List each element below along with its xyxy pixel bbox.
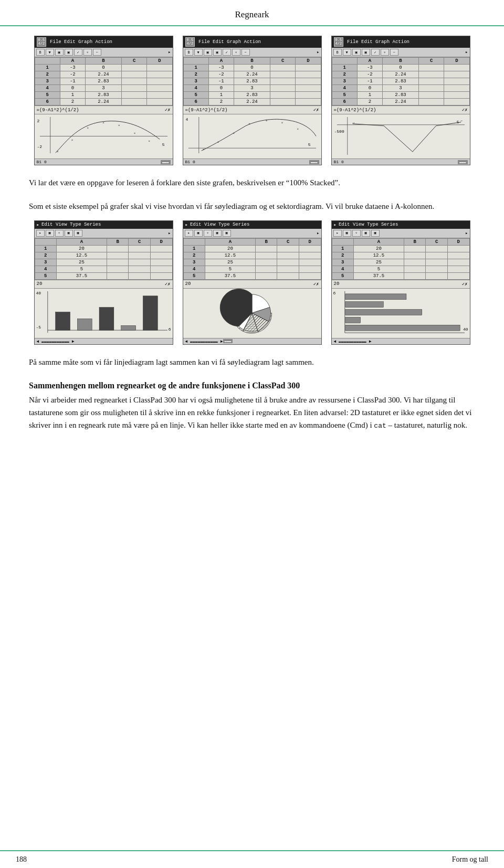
toolbar-btn[interactable]: B: [185, 49, 193, 56]
spread-screen-1: ▸ Edit View Type Series ▸ ▣ ▿ ▣ ▣ ▸ ABCD…: [34, 220, 173, 345]
spread-screen-3: ▸ Edit View Type Series ▸ ▣ ▿ ▣ ▣ ▸ ABCD…: [331, 220, 470, 345]
svg-rect-36: [345, 293, 406, 299]
svg-text:→: →: [459, 119, 463, 122]
status-text-1: B1 0: [37, 160, 47, 164]
svg-text:×: ×: [71, 138, 73, 142]
spread-menubar-1: ▸ Edit View Type Series: [35, 221, 173, 229]
calc-screen-1: 0.54/2 File Edit Graph Action B ▼ ▣ ▣ ✓ …: [34, 36, 173, 165]
svg-text:×: ×: [87, 126, 89, 130]
spread-input-bar-3: 20 ✓✗: [332, 280, 470, 288]
spread-toolbar-2: ▸ ▣ ▿ ▣ ▣ ▸: [183, 229, 321, 238]
spread-toolbar-btn[interactable]: ▸: [333, 230, 342, 237]
toolbar-arrow: ▸: [465, 49, 468, 55]
svg-text:×: ×: [148, 139, 150, 143]
toolbar-btn[interactable]: ▣: [55, 49, 64, 56]
svg-text:×: ×: [217, 140, 219, 144]
svg-text:×: ×: [118, 123, 120, 127]
svg-rect-39: [345, 317, 360, 323]
toolbar-btn[interactable]: ▣: [213, 49, 222, 56]
spread-logo-3: ▸: [334, 222, 337, 228]
spread-toolbar-btn[interactable]: ▣: [371, 230, 380, 237]
content: 0.54/2 File Edit Graph Action B ▼ ▣ ▣ ✓ …: [0, 26, 504, 469]
calc-graph-3: 5 -500 → →: [332, 114, 470, 158]
toolbar-arrow: ▸: [168, 230, 171, 236]
footer-section: Form og tall: [452, 855, 488, 864]
graph-svg-2: × × × × × × ×: [183, 114, 321, 158]
text-block-1: Vi lar det være en oppgave for leseren å…: [29, 177, 475, 189]
toolbar-btn[interactable]: ▣: [352, 49, 361, 56]
toolbar-btn[interactable]: ▣: [204, 49, 212, 56]
spread-menu-2: Edit View Type Series: [190, 222, 249, 227]
toolbar-btn[interactable]: ✓: [371, 49, 380, 56]
spread-toolbar-btn[interactable]: ▣: [65, 230, 73, 237]
toolbar-btn[interactable]: ▿: [232, 49, 240, 56]
spread-menubar-3: ▸ Edit View Type Series: [332, 221, 470, 229]
toolbar-btn[interactable]: ~: [93, 49, 101, 56]
svg-rect-40: [345, 325, 459, 331]
spread-table-2: ABCD 120 212.5 325 45 537.5: [183, 238, 321, 280]
toolbar-btn[interactable]: ▼: [46, 49, 54, 56]
spread-toolbar-btn[interactable]: ▣: [194, 230, 203, 237]
toolbar-btn[interactable]: ▣: [65, 49, 73, 56]
calc-table-3: ABCD 1-30 2-22.24 3-12.83 403 512.83 622…: [332, 57, 470, 105]
calc-menu-1: File Edit Graph Action: [50, 39, 112, 45]
page-header: Regneark: [0, 0, 504, 26]
spread-toolbar-btn[interactable]: ▸: [185, 230, 193, 237]
toolbar-btn[interactable]: ✓: [223, 49, 231, 56]
toolbar-btn[interactable]: B: [36, 49, 45, 56]
spread-input-buttons-2: ✓✗: [313, 281, 319, 287]
toolbar-arrow: ▸: [168, 49, 171, 55]
page: Regneark 0.54/2 File Edit Graph Action B…: [0, 0, 504, 868]
svg-text:×: ×: [281, 121, 283, 124]
toolbar-btn[interactable]: ▣: [362, 49, 370, 56]
calc-menu-2: File Edit Graph Action: [198, 39, 261, 45]
page-title: Regneark: [235, 9, 269, 19]
text-block-3: På samme måte som vi får linjediagram la…: [29, 356, 475, 368]
spread-toolbar-btn[interactable]: ▣: [46, 230, 54, 237]
section-body: Når vi arbeider med regnearket i ClassPa…: [29, 394, 475, 432]
spread-table-1: ABCD 120 212.5 325 45 537.5: [35, 238, 173, 280]
calc-menubar-3: 0.54/2 File Edit Graph Action: [332, 36, 470, 48]
toolbar-btn[interactable]: ▼: [343, 49, 351, 56]
spread-toolbar-btn[interactable]: ▿: [204, 230, 212, 237]
toolbar-btn[interactable]: ▿: [83, 49, 92, 56]
calc-menubar-1: 0.54/2 File Edit Graph Action: [35, 36, 173, 48]
text-3: På samme måte som vi får linjediagram la…: [29, 358, 314, 366]
spread-toolbar-btn[interactable]: ▣: [362, 230, 370, 237]
svg-text:→: →: [351, 121, 355, 124]
spread-toolbar-btn[interactable]: ▣: [213, 230, 222, 237]
calc-row-top: 0.54/2 File Edit Graph Action B ▼ ▣ ▣ ✓ …: [29, 36, 475, 165]
formula-buttons-3: ✓✗: [462, 107, 468, 113]
svg-text:×: ×: [102, 121, 104, 124]
spread-toolbar-btn[interactable]: ▸: [36, 230, 45, 237]
text-2: Som et siste eksempel på grafer skal vi …: [29, 202, 434, 210]
calc-menubar-2: 0.54/2 File Edit Graph Action: [183, 36, 321, 48]
calc-graph-2: 4 5 × × × × × × ×: [183, 114, 321, 158]
toolbar-btn[interactable]: B: [333, 49, 342, 56]
spread-toolbar-btn[interactable]: ▣: [343, 230, 351, 237]
toolbar-btn[interactable]: ~: [390, 49, 398, 56]
spread-input-buttons-3: ✓✗: [462, 281, 468, 287]
page-number: 188: [16, 855, 27, 864]
spread-toolbar-btn[interactable]: ▿: [55, 230, 64, 237]
toolbar-btn[interactable]: ~: [242, 49, 250, 56]
calc-toolbar-1: B ▼ ▣ ▣ ✓ ▿ ~ ▸: [35, 48, 173, 57]
svg-rect-24: [55, 312, 70, 330]
calc-logo-2: 0.54/2: [185, 37, 195, 47]
text-block-2: Som et siste eksempel på grafer skal vi …: [29, 200, 475, 213]
svg-text:×: ×: [248, 122, 250, 125]
toolbar-btn[interactable]: ▿: [381, 49, 389, 56]
spread-toolbar-btn[interactable]: ▣: [74, 230, 82, 237]
pie-chart-svg: [183, 289, 321, 338]
spread-status-text-2: ◄ ▬▬▬▬▬▬▬▬▬▬▬ ►: [185, 339, 223, 344]
spread-toolbar-1: ▸ ▣ ▿ ▣ ▣ ▸: [35, 229, 173, 238]
formula-text-1: =(9-A1^2)^(1/2): [37, 108, 79, 113]
toolbar-btn[interactable]: ✓: [74, 49, 82, 56]
spread-input-val-3: 20: [334, 281, 340, 287]
spread-toolbar-btn[interactable]: ▣: [223, 230, 231, 237]
spread-toolbar-btn[interactable]: ▿: [352, 230, 361, 237]
spread-status-text-3: ◄ ▬▬▬▬▬▬▬▬▬▬▬ ►: [334, 339, 372, 344]
toolbar-arrow: ▸: [317, 230, 319, 236]
toolbar-btn[interactable]: ▼: [194, 49, 203, 56]
spread-menubar-2: ▸ Edit View Type Series: [183, 221, 321, 229]
